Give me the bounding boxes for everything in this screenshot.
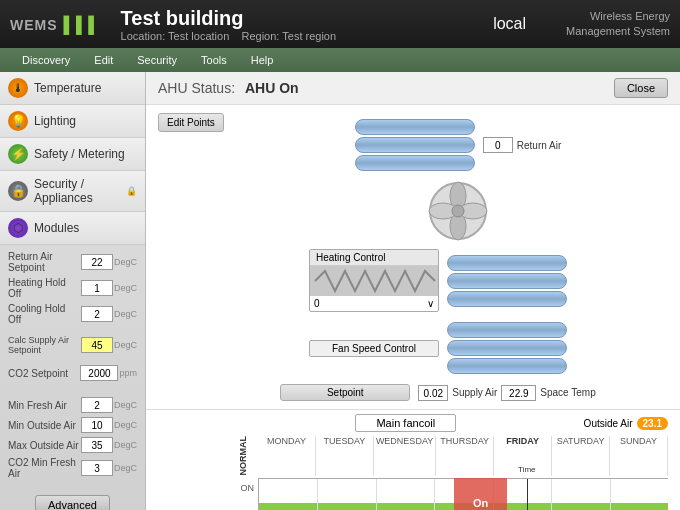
return-air-value-box: 0 bbox=[483, 137, 513, 153]
min-fresh-air-input[interactable] bbox=[81, 397, 113, 413]
building-info: Test building Location: Test location Re… bbox=[121, 7, 474, 42]
nav-tools[interactable]: Tools bbox=[189, 48, 239, 72]
navbar: Discovery Edit Security Tools Help bbox=[0, 48, 680, 72]
setpoint-row-cooling-hold: Cooling Hold Off DegC bbox=[8, 303, 137, 325]
vane-group-middle bbox=[447, 253, 567, 309]
vane-7 bbox=[447, 322, 567, 338]
fan-svg bbox=[423, 181, 493, 241]
grid-line-2 bbox=[376, 479, 377, 511]
time-label-marker: Time bbox=[518, 465, 535, 474]
heating-control-label: Heating Control bbox=[310, 250, 438, 266]
min-outside-air-input[interactable] bbox=[81, 417, 113, 433]
logo-text: WEMS ▌▌▌ bbox=[10, 14, 101, 35]
calc-supply-row: Calc Supply Air Setpoint DegC bbox=[0, 335, 145, 365]
setpoint-button[interactable]: Setpoint bbox=[280, 384, 410, 401]
min-outside-air-unit: DegC bbox=[114, 420, 137, 430]
vane-6 bbox=[447, 291, 567, 307]
supply-air-label: Supply Air bbox=[452, 387, 497, 398]
co2-min-fresh-air-row: CO2 Min Fresh Air DegC bbox=[8, 457, 137, 479]
sidebar-item-security[interactable]: 🔒 Security / Appliances 🔒 bbox=[0, 171, 145, 212]
fan-container bbox=[398, 181, 518, 241]
grid-line-5 bbox=[551, 479, 552, 511]
calc-supply-unit: DegC bbox=[114, 340, 137, 350]
sidebar-item-temperature[interactable]: 🌡 Temperature bbox=[0, 72, 145, 105]
ahu-status-text: AHU Status: AHU On bbox=[158, 80, 299, 96]
sidebar-item-lighting[interactable]: 💡 Lighting bbox=[0, 105, 145, 138]
co2-setpoint-unit: ppm bbox=[119, 368, 137, 378]
ahu-status-label: AHU Status: bbox=[158, 80, 235, 96]
outside-air-label: Outside Air bbox=[584, 418, 633, 429]
grid-line-6 bbox=[610, 479, 611, 511]
cooling-hold-input[interactable] bbox=[81, 306, 113, 322]
chart-bars: Time off off On bbox=[258, 478, 668, 511]
fancoil-label: Main fancoil bbox=[355, 414, 456, 432]
nav-edit[interactable]: Edit bbox=[82, 48, 125, 72]
heating-hold-label: Heating Hold Off bbox=[8, 277, 81, 299]
days-row: MONDAY TUESDAY WEDNESDAY THURSDAY FRIDAY… bbox=[258, 436, 668, 476]
return-air-label: Return Air bbox=[517, 140, 561, 151]
heating-dropdown-icon[interactable]: ∨ bbox=[427, 298, 434, 309]
min-outside-air-row: Min Outside Air DegC bbox=[8, 417, 137, 433]
main-layout: 🌡 Temperature 💡 Lighting ⚡ Safety / Mete… bbox=[0, 72, 680, 510]
local-label: local bbox=[493, 15, 526, 33]
wems-full-name: Wireless Energy Management System bbox=[566, 9, 670, 40]
max-outside-air-input[interactable] bbox=[81, 437, 113, 453]
vane-2 bbox=[355, 137, 475, 153]
setpoint-row-heating-hold: Heating Hold Off DegC bbox=[8, 277, 137, 299]
day-wednesday: WEDNESDAY bbox=[374, 436, 436, 476]
vane-group-bottom bbox=[447, 320, 567, 376]
heating-coil bbox=[310, 266, 438, 296]
cooling-hold-unit: DegC bbox=[114, 309, 137, 319]
max-outside-air-unit: DegC bbox=[114, 440, 137, 450]
grid-line-3 bbox=[434, 479, 435, 511]
return-air-label: Return Air Setpoint bbox=[8, 251, 81, 273]
building-location: Location: Test location Region: Test reg… bbox=[121, 30, 474, 42]
ahu-area: Edit Points 0 Return Air bbox=[146, 105, 680, 409]
fresh-air-group: Min Fresh Air DegC Min Outside Air DegC … bbox=[0, 391, 145, 489]
heating-coil-svg bbox=[310, 266, 438, 296]
nav-discovery[interactable]: Discovery bbox=[10, 48, 82, 72]
day-saturday: SATURDAY bbox=[552, 436, 610, 476]
return-air-input[interactable] bbox=[81, 254, 113, 270]
header: WEMS ▌▌▌ Test building Location: Test lo… bbox=[0, 0, 680, 48]
co2-setpoint-row: CO2 Setpoint ppm bbox=[0, 365, 145, 391]
ahu-header: AHU Status: AHU On Close bbox=[146, 72, 680, 105]
setpoint-row-return-air: Return Air Setpoint DegC bbox=[8, 251, 137, 273]
day-tuesday: TUESDAY bbox=[316, 436, 374, 476]
setpoint-group-main: Return Air Setpoint DegC Heating Hold Of… bbox=[0, 245, 145, 335]
heating-hold-input[interactable] bbox=[81, 280, 113, 296]
return-air-unit: DegC bbox=[114, 257, 137, 267]
close-button[interactable]: Close bbox=[614, 78, 668, 98]
nav-security[interactable]: Security bbox=[125, 48, 189, 72]
vane-4 bbox=[447, 255, 567, 271]
heating-row: Heating Control 0 ∨ bbox=[309, 249, 567, 312]
grid-line-1 bbox=[317, 479, 318, 511]
sidebar-label-lighting: Lighting bbox=[34, 114, 76, 128]
day-monday: MONDAY bbox=[258, 436, 316, 476]
sidebar-item-safety[interactable]: ⚡ Safety / Metering bbox=[0, 138, 145, 171]
off-label: OFF bbox=[228, 498, 258, 511]
vane-5 bbox=[447, 273, 567, 289]
max-outside-air-row: Max Outside Air DegC bbox=[8, 437, 137, 453]
on-label: ON bbox=[228, 478, 258, 498]
ahu-status-value: AHU On bbox=[245, 80, 299, 96]
advanced-button[interactable]: Advanced bbox=[35, 495, 110, 510]
on-text: On bbox=[473, 497, 488, 509]
sidebar-item-modules[interactable]: ⬡ Modules bbox=[0, 212, 145, 245]
co2-setpoint-input[interactable] bbox=[80, 365, 118, 381]
setpoint-supply-row: Setpoint 0.02 Supply Air 22.9 Space Temp bbox=[280, 384, 595, 401]
outside-air-badge: 23.1 bbox=[637, 417, 668, 430]
co2-min-fresh-input[interactable] bbox=[81, 460, 113, 476]
supply-air-value: 0.02 bbox=[418, 385, 448, 401]
modules-icon: ⬡ bbox=[8, 218, 28, 238]
calc-supply-input[interactable] bbox=[81, 337, 113, 353]
nav-help[interactable]: Help bbox=[239, 48, 286, 72]
schedule-header: Main fancoil Outside Air 23.1 bbox=[158, 414, 668, 432]
edit-points-button[interactable]: Edit Points bbox=[158, 113, 224, 132]
svg-point-5 bbox=[452, 205, 464, 217]
cooling-hold-label: Cooling Hold Off bbox=[8, 303, 81, 325]
vane-8 bbox=[447, 340, 567, 356]
min-fresh-air-row: Min Fresh Air DegC bbox=[8, 397, 137, 413]
vane-9 bbox=[447, 358, 567, 374]
sidebar-label-modules: Modules bbox=[34, 221, 79, 235]
